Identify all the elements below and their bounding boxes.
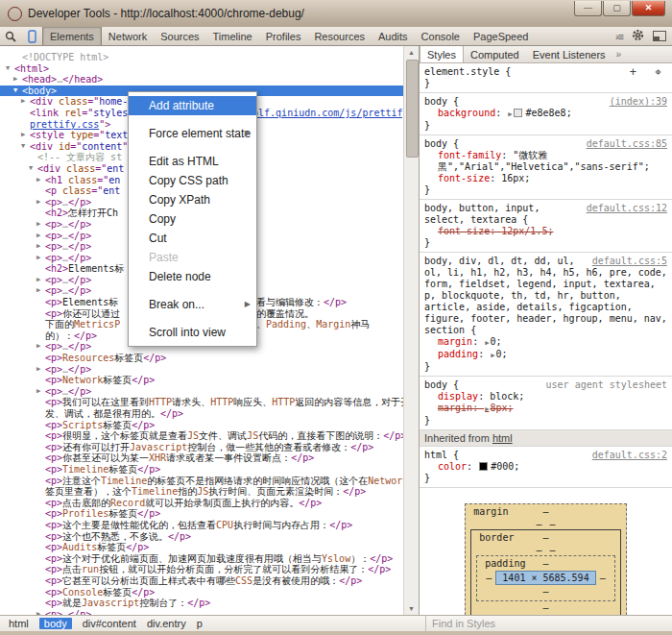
disclosure-arrow-icon[interactable]: ▼	[6, 63, 14, 75]
metrics-margin-box[interactable]: margin–––border–––padding––1401 × 5685.5…	[465, 503, 626, 615]
dom-tree-row[interactable]: 签页里查看），这个Timeline指的JS执行时间、页面元素渲染时间：</p>	[0, 486, 403, 498]
dom-tree-row[interactable]: ▶<p>…</p>	[0, 364, 403, 376]
rule-selector-line[interactable]: default.css:12body, button, input, selec…	[424, 203, 667, 226]
disclosure-arrow-icon[interactable]: ▶	[36, 285, 45, 297]
disclosure-arrow-icon[interactable]: ▶	[36, 219, 45, 231]
style-property[interactable]: padding: ▶0;	[424, 349, 667, 361]
context-menu-item-delete-node[interactable]: Delete node	[129, 267, 256, 286]
metrics-padding-top-value[interactable]: –	[542, 558, 548, 569]
metrics-margin-right-value[interactable]: –	[546, 519, 560, 529]
sidebar-tab-computed[interactable]: Computed	[464, 46, 526, 62]
metrics-padding-right-value[interactable]: –	[596, 573, 610, 583]
breadcrumb-item-body[interactable]: body	[39, 618, 72, 629]
expand-shorthand-icon[interactable]: ▶	[491, 352, 494, 359]
sidebar-tab-overflow-icon[interactable]: »	[616, 46, 622, 62]
disclosure-arrow-icon[interactable]: ▼	[29, 163, 37, 175]
dom-tree-row[interactable]: <!DOCTYPE html>	[0, 52, 403, 63]
dom-tree-row[interactable]: <p>Profiles标签页</p>	[0, 508, 403, 520]
stylesheet-source-link[interactable]: default.css:5	[592, 256, 667, 267]
close-button[interactable]: ✕	[632, 1, 665, 16]
style-property[interactable]: background: ▶#e8e8e8;	[424, 108, 667, 120]
settings-gear-icon[interactable]	[632, 29, 644, 43]
title-bar[interactable]: Developer Tools - http://localhost:4000/…	[0, 0, 672, 27]
rule-selector-line[interactable]: default.css:2html {	[424, 450, 667, 461]
scrollbar-thumb[interactable]	[406, 60, 419, 158]
context-menu-item-add-attribute[interactable]: Add attribute	[129, 96, 256, 115]
toolbar-tab-audits[interactable]: Audits	[372, 27, 415, 45]
show-console-drawer-icon[interactable]: ›≡	[615, 31, 623, 42]
dom-tree-row[interactable]: <p>我们可以在这里看到HTTP请求头、HTTP响应头、HTTP返回的内容等信息…	[0, 397, 403, 408]
dock-side-icon[interactable]	[653, 31, 666, 41]
toolbar-tab-profiles[interactable]: Profiles	[259, 27, 308, 45]
style-property[interactable]: margin: ▶0;	[424, 336, 667, 349]
scrollbar-up-arrow[interactable]: ▲	[404, 46, 419, 59]
dom-tree-scrollbar[interactable]: ▲ ▼	[403, 46, 419, 615]
metrics-border-right-value[interactable]: –	[546, 545, 560, 555]
context-menu-item-scroll-into-view[interactable]: Scroll into view	[129, 323, 256, 342]
style-property[interactable]: margin: ▶8px;	[424, 403, 667, 415]
context-menu-item-force-element-state[interactable]: Force element state▶	[129, 124, 256, 143]
toolbar-tab-pagespeed[interactable]: PageSpeed	[467, 27, 536, 45]
toolbar-tab-console[interactable]: Console	[415, 27, 467, 45]
dom-tree-row[interactable]: <p>Timeline标签页</p>	[0, 464, 403, 476]
stylesheet-source-link[interactable]: default.css:12	[587, 203, 667, 214]
sidebar-tab-event-listeners[interactable]: Event Listeners	[526, 46, 612, 62]
dom-tree-row[interactable]: <p>很明显，这个标签页就是查看JS文件、调试JS代码的，直接看下图的说明：</…	[0, 430, 403, 442]
context-menu-item-copy[interactable]: Copy	[129, 209, 256, 229]
disclosure-arrow-icon[interactable]: ▶	[36, 275, 45, 286]
disclosure-arrow-icon[interactable]: ▶	[36, 231, 45, 242]
dom-tree-row[interactable]: 发、调试，都是很有用的。</p>	[0, 408, 403, 420]
dom-tree-row[interactable]: <p>还有你可以打开Javascript控制台，做一些其他的查看或者修改：</p…	[0, 442, 403, 453]
metrics-padding-left-value[interactable]: –	[482, 573, 495, 583]
inherited-node-link[interactable]: html	[492, 432, 513, 444]
disclosure-arrow-icon[interactable]: ▼	[21, 141, 30, 153]
toolbar-tab-network[interactable]: Network	[102, 27, 154, 45]
style-property[interactable]: color: #000;	[424, 461, 667, 473]
metrics-border-bottom-value[interactable]: –	[476, 601, 614, 614]
dom-tree-row[interactable]: <p>Scripts标签页</p>	[0, 420, 403, 431]
disclosure-arrow-icon[interactable]: ▶	[36, 253, 45, 264]
context-menu-item-cut[interactable]: Cut	[129, 229, 256, 248]
metrics-content-box[interactable]: 1401 × 5685.594	[495, 571, 595, 585]
breadcrumb-item-p[interactable]: p	[197, 618, 203, 629]
sidebar-tab-styles[interactable]: Styles	[420, 46, 464, 62]
disclosure-arrow-icon[interactable]: ▶	[21, 96, 30, 108]
metrics-border-box[interactable]: border–––padding––1401 × 5685.594–––	[470, 529, 620, 615]
scrollbar-down-arrow[interactable]: ▼	[404, 602, 419, 615]
rule-selector-line[interactable]: + ⌖element.style {	[424, 66, 667, 78]
dom-tree-row[interactable]: <p>就是Javascript控制台了：</p>	[0, 598, 403, 609]
find-in-styles-input[interactable]: Find in Styles	[425, 616, 672, 631]
context-menu-item-edit-as-html[interactable]: Edit as HTML	[129, 152, 256, 171]
dom-tree-row[interactable]: <p>这个也不熟悉，不多说。</p>	[0, 531, 403, 543]
stylesheet-source-link[interactable]: (index):39	[610, 96, 667, 108]
dom-tree-row[interactable]: <p>这个对于优化前端页面、加速网页加载速度很有用哦（相当与Yslow）：</p…	[0, 553, 403, 565]
dom-tree-row[interactable]: <p>Network标签页</p>	[0, 375, 403, 386]
style-property[interactable]: font-size: 12px/1.5;	[424, 226, 667, 237]
expand-shorthand-icon[interactable]: ▶	[508, 110, 512, 118]
disclosure-arrow-icon[interactable]: ▶	[36, 341, 45, 353]
disclosure-arrow-icon[interactable]: ▶	[36, 364, 45, 376]
metrics-border-left-value[interactable]: –	[532, 545, 545, 555]
minimize-button[interactable]: —	[574, 1, 602, 16]
rule-selector-line[interactable]: user agent stylesheetbody {	[424, 379, 667, 391]
dom-tree-row[interactable]: ▶<p>…</p>	[0, 609, 403, 615]
breadcrumb-item-html[interactable]: html	[9, 618, 29, 629]
rule-selector-line[interactable]: default.css:5body, div, dl, dt, dd, ul, …	[424, 256, 667, 336]
breadcrumb-item-div-content[interactable]: div#content	[83, 618, 136, 629]
dom-tree-row[interactable]: ▶<head>…</head>	[0, 74, 403, 85]
device-mode-icon[interactable]	[21, 27, 42, 45]
disclosure-arrow-icon[interactable]: ▶	[36, 241, 45, 253]
metrics-margin-left-value[interactable]: –	[532, 519, 545, 529]
toolbar-tab-sources[interactable]: Sources	[154, 27, 205, 45]
toolbar-tab-resources[interactable]: Resources	[307, 27, 372, 45]
context-menu-item-break-on[interactable]: Break on...▶	[129, 295, 256, 314]
stylesheet-source-link[interactable]: default.css:85	[587, 138, 667, 150]
disclosure-arrow-icon[interactable]: ▶	[36, 197, 45, 208]
dom-tree-row[interactable]: <p>注意这个Timeline的标签页不是指网络请求的时间响应情况哦（这个在Ne…	[0, 476, 403, 487]
dom-tree-row[interactable]: ▼<html>	[0, 63, 403, 75]
disclosure-arrow-icon[interactable]: ▶	[36, 175, 45, 186]
rule-selector-line[interactable]: default.css:85body {	[424, 138, 667, 150]
toolbar-tab-timeline[interactable]: Timeline	[206, 27, 259, 45]
style-property[interactable]: font-size: 16px;	[424, 173, 667, 184]
dom-tree-row[interactable]: <p>点击run按钮，就可以开始分析页面，分析完了就可以看到分析结果了：</p>	[0, 564, 403, 575]
